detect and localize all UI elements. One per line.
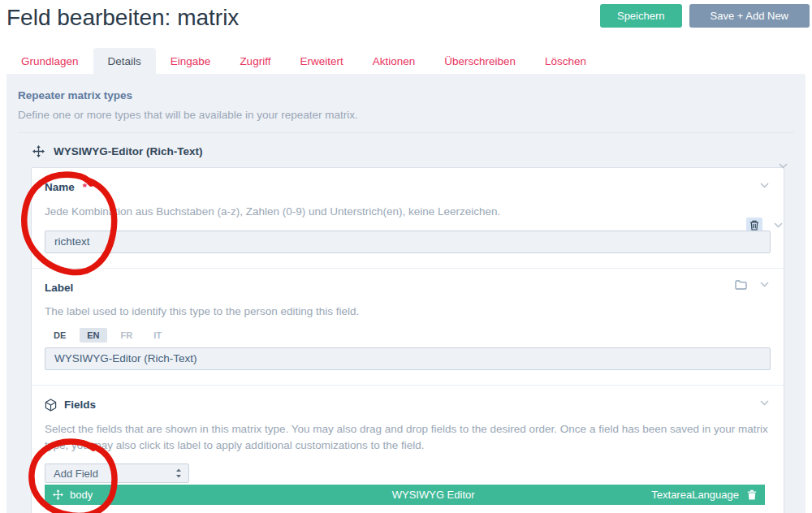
chevron-down-icon[interactable] <box>760 183 769 188</box>
folder-icon[interactable] <box>735 280 747 290</box>
header-actions: Speichern Save + Add New <box>600 4 810 28</box>
chevron-down-icon[interactable] <box>779 163 788 169</box>
fields-label: Fields <box>64 399 96 411</box>
tab-bar: Grundlagen Details Eingabe Zugriff Erwei… <box>6 48 601 74</box>
label-section: Label The label used to identify this ty… <box>32 268 784 385</box>
save-add-new-button[interactable]: Save + Add New <box>689 4 810 28</box>
matrix-type-card: Name* Jede Kombination aus Buchstaben (a… <box>31 167 784 513</box>
matrix-type-title: WYSIWYG-Editor (Rich-Text) <box>54 145 203 157</box>
tab-ueberschreiben[interactable]: Überschreiben <box>430 48 530 74</box>
panel-description: Define one or more types that will be av… <box>18 109 794 121</box>
tab-aktionen[interactable]: Aktionen <box>358 48 430 74</box>
tab-grundlagen[interactable]: Grundlagen <box>6 48 93 74</box>
tab-details[interactable]: Details <box>93 48 156 74</box>
name-description: Jede Kombination aus Buchstaben (a-z), Z… <box>45 204 771 220</box>
chevron-down-icon[interactable] <box>760 400 769 406</box>
fields-section: Fields Select the fields that are shown … <box>32 385 784 513</box>
tab-loeschen[interactable]: Löschen <box>530 48 601 74</box>
name-label: Name <box>45 181 75 193</box>
trash-icon[interactable] <box>747 489 757 500</box>
field-row-name: body <box>70 489 93 501</box>
language-tabs: DE EN FR IT <box>46 328 771 343</box>
name-section: Name* Jede Kombination aus Buchstaben (a… <box>32 168 784 268</box>
repeater-matrix-types-panel: Repeater matrix types Define one or more… <box>6 74 806 513</box>
required-marker: * <box>83 181 87 193</box>
lang-tab-en[interactable]: EN <box>80 328 106 343</box>
chevron-down-icon[interactable] <box>760 282 769 287</box>
panel-title: Repeater matrix types <box>18 89 794 101</box>
divider <box>18 132 794 133</box>
lang-tab-fr[interactable]: FR <box>114 328 140 343</box>
lang-tab-de[interactable]: DE <box>46 328 73 343</box>
move-icon[interactable] <box>53 489 63 500</box>
name-input[interactable] <box>45 231 771 253</box>
save-button[interactable]: Speichern <box>600 4 682 28</box>
label-description: The label used to identify this type to … <box>45 304 771 320</box>
label-label: Label <box>45 282 73 294</box>
field-row-label: WYSIWYG Editor <box>215 489 651 501</box>
page-title: Feld bearbeiten: matrix <box>6 5 239 31</box>
cube-icon <box>45 399 57 412</box>
lang-tab-it[interactable]: IT <box>146 328 169 343</box>
matrix-type-item-header: WYSIWYG-Editor (Rich-Text) <box>32 143 794 159</box>
label-input[interactable] <box>45 347 771 370</box>
field-row-body[interactable]: body WYSIWYG Editor TextareaLanguage <box>45 485 765 505</box>
field-row-type: TextareaLanguage <box>651 489 739 501</box>
field-edit-page: Feld bearbeiten: matrix Speichern Save +… <box>0 0 812 513</box>
add-field-label: Add Field <box>54 468 175 480</box>
tab-zugriff[interactable]: Zugriff <box>225 48 285 74</box>
add-field-select[interactable]: Add Field <box>45 463 189 483</box>
tab-eingabe[interactable]: Eingabe <box>156 48 226 74</box>
tab-erweitert[interactable]: Erweitert <box>285 48 357 74</box>
fields-description: Select the fields that are shown in this… <box>45 421 771 455</box>
updown-arrows-icon <box>175 468 182 478</box>
move-icon[interactable] <box>32 145 45 157</box>
